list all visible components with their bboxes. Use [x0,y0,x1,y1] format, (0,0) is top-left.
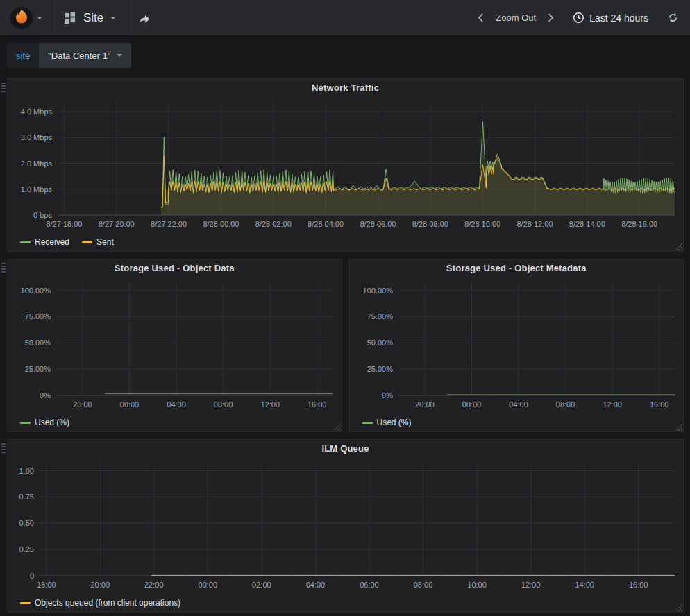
x-tick-label: 8/28 16:00 [621,220,657,228]
x-tick-label: 08:00 [414,581,433,589]
variable-value[interactable]: "Data Center 1" [39,43,131,68]
time-back-button[interactable] [469,0,493,36]
grafana-flame-icon [10,6,33,30]
legend-item[interactable]: Received [20,237,69,247]
panel-title[interactable]: ILM Queue [8,440,683,456]
share-button[interactable] [129,0,160,36]
legend-series-label: Objects queued (from client operations) [35,598,180,608]
y-tick-label: 50.00% [367,339,392,347]
variables-bar: site "Data Center 1" [0,36,690,76]
x-tick-label: 22:00 [144,581,164,589]
x-tick-label: 00:00 [462,400,480,409]
share-icon [138,12,151,24]
x-tick-label: 8/28 12:00 [516,220,553,228]
dashboard-picker[interactable]: Site [52,0,128,35]
grafana-logo-button[interactable] [0,0,51,35]
chart-legend: Objects queued (from client operations) [8,595,683,610]
dashboard-row: Storage Used - Object Data 0%25.00%50.00… [7,259,684,432]
y-tick-label: 100.00% [21,286,51,295]
refresh-button[interactable] [658,0,690,36]
network-traffic-chart[interactable]: 0 bps1.0 Mbps2.0 Mbps3.0 Mbps4.0 Mbps8/2… [8,96,683,234]
y-tick-label: 0.75 [19,493,34,501]
panel-ilm-queue: ILM Queue 00.250.500.751.0018:0020:0022:… [7,439,684,613]
y-tick-label: 0 bps [33,211,52,219]
panel-network-traffic: Network Traffic 0 bps1.0 Mbps2.0 Mbps3.0… [7,78,684,252]
x-tick-label: 16:00 [649,400,668,409]
legend-series-label: Used (%) [377,418,412,427]
x-tick-label: 00:00 [120,400,139,409]
y-tick-label: 75.00% [367,312,392,320]
legend-item[interactable]: Objects queued (from client operations) [20,598,180,608]
x-tick-label: 00:00 [199,581,218,589]
chart-legend: Used (%) [350,415,684,430]
x-tick-label: 8/28 14:00 [569,220,605,228]
legend-item[interactable]: Used (%) [362,418,412,427]
x-tick-label: 04:00 [509,400,528,409]
row-drag-handle[interactable] [1,82,6,92]
x-tick-label: 12:00 [603,400,621,409]
chart-legend: ReceivedSent [8,234,683,250]
y-tick-label: 1.00 [19,467,34,475]
x-tick-label: 8/27 18:00 [46,220,82,228]
dashboard-grid-icon [65,12,76,24]
x-tick-label: 02:00 [252,581,271,589]
panel-title[interactable]: Storage Used - Object Data [8,259,342,276]
chart-legend: Used (%) [8,415,342,430]
ilm-queue-chart[interactable]: 00.250.500.751.0018:0020:0022:0000:0002:… [8,456,683,595]
x-tick-label: 8/28 02:00 [255,220,292,228]
legend-series-label: Sent [96,237,114,247]
chevron-down-icon [110,17,116,19]
chart-gridlines [40,463,675,576]
x-tick-label: 04:00 [167,400,185,409]
clock-icon [573,12,584,24]
time-range-label: Last 24 hours [589,12,648,24]
x-tick-label: 08:00 [214,400,233,409]
row-drag-handle[interactable] [1,262,6,273]
y-tick-label: 0.25 [19,545,34,554]
chevron-right-icon [548,12,554,23]
legend-item[interactable]: Used (%) [20,418,69,427]
legend-series-marker [20,422,31,424]
y-tick-label: 0% [40,391,51,400]
x-tick-label: 8/27 22:00 [151,220,187,228]
legend-series-marker [362,422,373,424]
legend-item[interactable]: Sent [82,237,114,247]
y-tick-label: 4.0 Mbps [21,108,53,116]
dashboard-row: ILM Queue 00.250.500.751.0018:0020:0022:… [7,439,684,613]
x-tick-label: 08:00 [555,400,574,409]
x-tick-label: 20:00 [73,400,92,409]
x-tick-label: 8/28 06:00 [360,220,396,228]
variable-label: site [7,43,39,68]
time-forward-button[interactable] [539,0,563,36]
y-tick-label: 75.00% [25,312,51,320]
x-tick-label: 14:00 [575,581,594,589]
x-tick-label: 8/28 04:00 [308,220,344,228]
x-tick-label: 16:00 [629,581,648,589]
panel-storage-object-data: Storage Used - Object Data 0%25.00%50.00… [7,259,342,432]
chevron-down-icon [37,17,42,19]
time-range-picker[interactable]: Last 24 hours [563,0,658,36]
legend-series-label: Used (%) [35,418,69,427]
grafana-app: Site Zoom Out Last 24 hours [0,0,690,613]
refresh-icon [667,12,679,24]
panel-title[interactable]: Storage Used - Object Metadata [350,259,684,276]
y-tick-label: 0.50 [19,519,34,527]
x-tick-label: 10:00 [467,581,487,589]
y-tick-label: 0 [30,572,34,580]
x-tick-label: 16:00 [308,400,326,409]
variable-current-value: "Data Center 1" [48,51,110,61]
chart-gridlines [398,283,675,395]
x-tick-label: 04:00 [306,581,326,589]
panel-title[interactable]: Network Traffic [8,79,683,96]
x-tick-label: 18:00 [37,581,56,589]
dashboard-grid: Network Traffic 0 bps1.0 Mbps2.0 Mbps3.0… [0,76,690,613]
y-tick-label: 0% [382,391,393,400]
legend-series-marker [20,241,31,243]
dashboard-title: Site [83,11,103,25]
zoom-out-button[interactable]: Zoom Out [493,12,539,23]
storage-object-data-chart[interactable]: 0%25.00%50.00%75.00%100.00%20:0000:0004:… [8,276,342,415]
variable-site-dropdown[interactable]: site "Data Center 1" [7,43,131,68]
legend-series-label: Received [35,237,69,247]
row-drag-handle[interactable] [1,443,6,453]
storage-object-metadata-chart[interactable]: 0%25.00%50.00%75.00%100.00%20:0000:0004:… [350,276,684,415]
